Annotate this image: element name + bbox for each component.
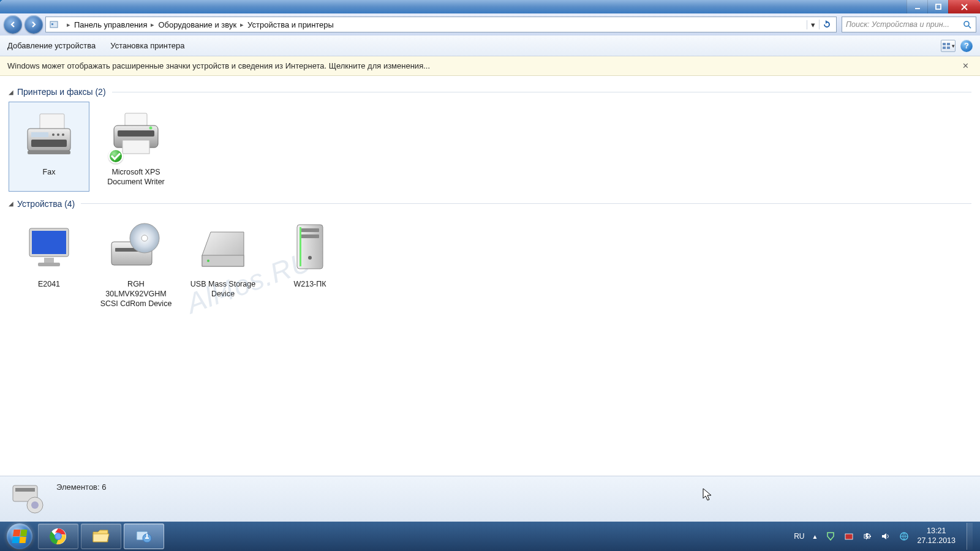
- device-item-cdrom[interactable]: RGH 30LMVK92VGHM SCSI CdRom Device: [96, 214, 176, 313]
- info-bar-text: Windows может отображать расширенные зна…: [7, 61, 430, 70]
- item-label: USB Mass Storage Device: [187, 279, 259, 299]
- svg-rect-20: [125, 113, 147, 127]
- svg-rect-8: [943, 43, 946, 45]
- svg-rect-27: [44, 258, 54, 263]
- add-printer-button[interactable]: Установка принтера: [110, 41, 184, 50]
- info-bar[interactable]: Windows может отображать расширенные зна…: [0, 56, 980, 76]
- computer-tower-icon: [274, 218, 346, 277]
- svg-point-6: [964, 21, 969, 26]
- clock-date: 27.12.2013: [917, 536, 956, 546]
- group-title: Устройства: [17, 199, 62, 209]
- svg-rect-51: [845, 534, 853, 539]
- svg-rect-37: [301, 234, 319, 238]
- default-badge-icon: [108, 149, 123, 163]
- svg-rect-14: [31, 132, 48, 137]
- chevron-right-icon: ▸: [240, 21, 244, 29]
- tray-app-icon[interactable]: [843, 531, 854, 542]
- svg-point-46: [56, 534, 61, 539]
- chevron-right-icon: ▸: [151, 21, 154, 29]
- power-icon[interactable]: [862, 531, 873, 542]
- forward-button[interactable]: [24, 15, 43, 34]
- devices-list: E2041 RGH 30LMVK92VGHM SCSI CdRom Device: [9, 214, 971, 313]
- network-icon[interactable]: [899, 531, 910, 542]
- group-count: (2): [95, 87, 105, 97]
- svg-point-43: [31, 501, 39, 509]
- details-pane-text: Элементов: 6: [56, 482, 106, 492]
- language-indicator[interactable]: RU: [794, 532, 804, 541]
- search-input[interactable]: Поиск: Устройства и прин...: [842, 17, 976, 32]
- close-button[interactable]: [948, 0, 980, 13]
- svg-point-34: [207, 260, 209, 262]
- svg-rect-50: [145, 538, 149, 539]
- monitor-icon: [13, 218, 85, 277]
- taskbar: RU ▲ 13:21 27.12.2013: [0, 522, 980, 551]
- device-item-usb[interactable]: USB Mass Storage Device: [183, 214, 263, 313]
- command-bar: Добавление устройства Установка принтера…: [0, 36, 980, 56]
- search-icon: [963, 20, 972, 29]
- windows-logo-icon: [12, 530, 27, 543]
- svg-point-38: [308, 256, 312, 260]
- action-center-icon[interactable]: [825, 531, 836, 542]
- address-dropdown-button[interactable]: ▾: [807, 20, 819, 29]
- svg-point-24: [149, 127, 153, 130]
- refresh-button[interactable]: [819, 20, 834, 29]
- breadcrumb-seg-1[interactable]: Панель управления: [74, 20, 147, 29]
- control-panel-icon: [135, 528, 153, 544]
- collapse-triangle-icon: ◢: [9, 89, 13, 96]
- search-placeholder: Поиск: Устройства и прин...: [846, 20, 949, 29]
- view-options-button[interactable]: ▾: [941, 40, 956, 52]
- taskbar-item-chrome[interactable]: [38, 523, 78, 549]
- maximize-button[interactable]: [927, 0, 948, 13]
- svg-line-7: [968, 26, 971, 28]
- minimize-button[interactable]: [907, 0, 927, 13]
- address-bar[interactable]: ▸ Панель управления ▸ Оборудование и зву…: [45, 17, 837, 32]
- fax-icon: [13, 106, 85, 165]
- explorer-window: ▸ Панель управления ▸ Оборудование и зву…: [0, 0, 980, 522]
- svg-rect-28: [38, 263, 60, 266]
- start-button[interactable]: [2, 523, 37, 550]
- printer-icon: [100, 106, 172, 165]
- device-item-fax[interactable]: Fax: [9, 102, 89, 192]
- device-item-xps[interactable]: Microsoft XPS Document Writer: [96, 102, 176, 192]
- svg-rect-26: [32, 231, 66, 254]
- navigation-bar: ▸ Панель управления ▸ Оборудование и зву…: [0, 13, 980, 36]
- printers-list: Fax Microsoft XPS Document Writer: [9, 102, 971, 192]
- svg-rect-12: [40, 114, 64, 130]
- chrome-icon: [49, 527, 67, 545]
- svg-point-16: [52, 133, 55, 136]
- svg-rect-1: [936, 4, 941, 9]
- tray-overflow-button[interactable]: ▲: [812, 533, 818, 540]
- item-label: RGH 30LMVK92VGHM SCSI CdRom Device: [100, 279, 172, 309]
- breadcrumb-seg-3[interactable]: Устройства и принтеры: [247, 20, 334, 29]
- svg-rect-4: [50, 21, 58, 28]
- svg-rect-36: [301, 228, 319, 232]
- group-header-printers[interactable]: ◢ Принтеры и факсы (2): [9, 87, 971, 97]
- add-device-button[interactable]: Добавление устройства: [7, 41, 96, 50]
- taskbar-item-explorer[interactable]: [81, 523, 121, 549]
- item-label: W213-ПК: [274, 279, 346, 289]
- help-button[interactable]: ?: [960, 40, 973, 52]
- svg-rect-19: [28, 151, 70, 154]
- content-area: All4os.RU ◢ Принтеры и факсы (2): [0, 76, 980, 476]
- svg-rect-49: [146, 534, 148, 538]
- volume-icon[interactable]: [880, 531, 891, 542]
- titlebar: [0, 0, 980, 13]
- svg-point-18: [62, 133, 64, 136]
- taskbar-item-control-panel[interactable]: [124, 523, 164, 549]
- item-label: E2041: [13, 279, 85, 289]
- show-desktop-button[interactable]: [967, 523, 973, 550]
- device-item-monitor[interactable]: E2041: [9, 214, 89, 313]
- group-header-devices[interactable]: ◢ Устройства (4): [9, 199, 971, 209]
- back-button[interactable]: [4, 15, 22, 34]
- item-label: Fax: [13, 167, 85, 177]
- details-pane: Элементов: 6: [0, 476, 980, 522]
- svg-rect-11: [947, 47, 950, 49]
- info-bar-close-button[interactable]: ✕: [959, 60, 973, 72]
- group-title: Принтеры и факсы: [17, 87, 93, 97]
- breadcrumb-seg-2[interactable]: Оборудование и звук: [158, 20, 236, 29]
- hdd-icon: [187, 218, 259, 277]
- svg-rect-15: [31, 140, 67, 147]
- clock[interactable]: 13:21 27.12.2013: [917, 527, 956, 545]
- cdrom-icon: [100, 218, 172, 277]
- device-item-pc[interactable]: W213-ПК: [270, 214, 350, 313]
